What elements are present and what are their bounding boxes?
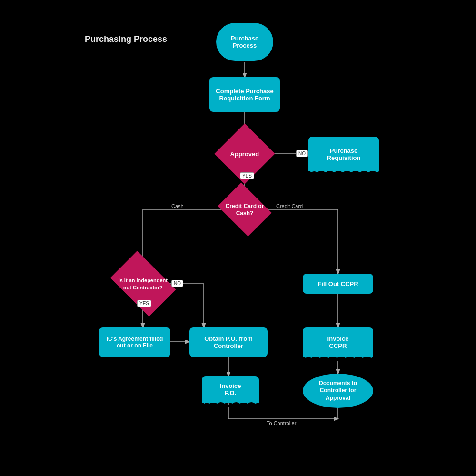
start-node: Purchase Process xyxy=(216,23,273,61)
purchase-req-label: Purchase Requisition xyxy=(327,147,361,161)
invoice-ccpr-label: Invoice CCPR xyxy=(327,335,349,349)
docs-controller-label: Documents to Controller for Approval xyxy=(319,380,357,402)
yes-badge-independent: YES xyxy=(137,300,151,307)
credit-cash-diamond: Credit Card or Cash? xyxy=(220,193,269,226)
approved-label: Approved xyxy=(230,150,259,157)
yes-badge-approved: YES xyxy=(240,172,254,179)
ic-agreement-node: IC's Agreement filled out or on File xyxy=(99,327,170,357)
approved-diamond: Approved xyxy=(220,132,269,176)
invoice-po-label: Invoice P.O. xyxy=(220,382,241,397)
complete-form-node: Complete Purchase Requisition Form xyxy=(209,77,280,112)
credit-cash-label: Credit Card or Cash? xyxy=(226,203,264,217)
docs-controller-node: Documents to Controller for Approval xyxy=(303,374,373,408)
page-title: Purchasing Process xyxy=(85,34,167,44)
obtain-po-node: Obtain P.O. from Controller xyxy=(189,327,268,357)
complete-form-label: Complete Purchase Requisition Form xyxy=(216,88,273,102)
independent-label: Is It an Independent out Contractor? xyxy=(118,278,167,290)
no-badge-independent: NO xyxy=(171,280,183,287)
invoice-ccpr-node: Invoice CCPR xyxy=(303,327,373,357)
credit-card-label: Credit Card xyxy=(276,203,303,209)
independent-diamond: Is It an Independent out Contractor? xyxy=(113,264,172,303)
fill-ccpr-label: Fill Out CCPR xyxy=(317,280,358,288)
no-badge-approved: NO xyxy=(296,150,308,157)
obtain-po-label: Obtain P.O. from Controller xyxy=(204,335,253,349)
invoice-po-node: Invoice P.O. xyxy=(202,376,259,403)
to-controller-label: To Controller xyxy=(267,420,296,426)
ic-agreement-label: IC's Agreement filled out or on File xyxy=(107,336,163,349)
flowchart-canvas: Purchasing Process xyxy=(0,0,476,476)
fill-ccpr-node: Fill Out CCPR xyxy=(303,274,373,294)
cash-label: Cash xyxy=(171,203,184,209)
start-label: Purchase Process xyxy=(231,35,259,49)
purchase-req-node: Purchase Requisition xyxy=(308,137,379,171)
